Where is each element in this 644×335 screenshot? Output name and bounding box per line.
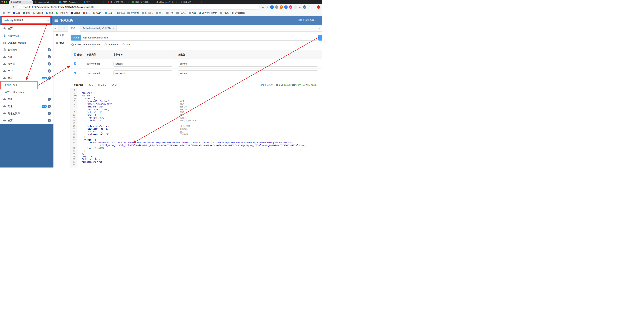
tab-close-icon[interactable]: × <box>76 27 78 30</box>
browser-tab[interactable]: 知乎× <box>82 0 106 4</box>
sidebar-item-doc-manage[interactable]: 文档管理3 <box>0 46 53 53</box>
tab-close-icon[interactable]: × <box>30 1 32 3</box>
sidebar-item-role-resource[interactable]: 角色的资源1 <box>0 110 53 117</box>
collapse-right-icon[interactable]: » <box>317 25 322 32</box>
bookmark-item[interactable]: 小目标 <box>219 11 230 15</box>
menu-toggle-icon[interactable] <box>54 18 58 22</box>
sidebar-item-resource[interactable]: 资源6 <box>0 117 53 124</box>
fold-arrow-icon[interactable] <box>75 96 76 96</box>
sidebar-item-menu[interactable]: 菜单7 <box>0 96 53 103</box>
bookmark-item[interactable]: 学习资料 <box>126 11 140 15</box>
tab-close-icon[interactable]: × <box>79 1 80 3</box>
bookmark-item[interactable]: 公司 <box>165 11 175 15</box>
ext-blue-icon[interactable] <box>284 5 288 9</box>
bookmark-item[interactable]: 百度 <box>12 11 22 15</box>
module-select[interactable]: authority-权限模块 <box>2 17 50 24</box>
sidebar-item-swagger-models[interactable]: Swagger Models <box>0 39 53 46</box>
tab-close-icon[interactable]: × <box>152 1 153 3</box>
response-json-editor[interactable]: 1{2 "code": 0,3 "data": {4 "user": {5 "a… <box>70 88 322 168</box>
response-tab-Headers[interactable]: Headers <box>96 82 110 88</box>
sidebar-item-verify-token-get[interactable]: GET验证token <box>0 89 53 96</box>
fullscreen-icon[interactable] <box>319 84 321 86</box>
send-button[interactable]: 发送 <box>318 35 322 40</box>
sidebar-item-role[interactable]: 角色NEW8 <box>0 103 53 110</box>
tab-close-icon[interactable]: × <box>200 1 202 3</box>
tab-close-icon[interactable]: × <box>176 1 178 3</box>
select-all-checkbox[interactable] <box>74 53 76 56</box>
browser-tab[interactable]: gitlab_push使用…× <box>155 0 179 4</box>
sidebar-item-home[interactable]: 主页 <box>0 25 53 32</box>
fold-arrow-icon[interactable] <box>75 90 76 91</box>
fold-arrow-icon[interactable] <box>75 140 76 140</box>
sidebar-item-app[interactable]: 应用5 <box>0 53 53 60</box>
ext-light-icon[interactable] <box>294 5 297 9</box>
request-url[interactable]: /api/authority/anno/login <box>81 35 317 40</box>
back-icon[interactable]: ← <box>2 6 6 9</box>
url-bar[interactable]: i 127.0.0.1:8760/api/gate/doc.html#/auth… <box>17 5 260 10</box>
more-menu-icon[interactable]: ⋮ <box>312 5 316 9</box>
window-close-icon[interactable] <box>2 1 3 2</box>
bookmark-item[interactable]: mac <box>188 11 197 15</box>
window-controls[interactable] <box>2 1 7 2</box>
param-value-input[interactable] <box>178 70 318 76</box>
sidebar-item-authorize[interactable]: Authorize <box>0 32 53 39</box>
translate-icon[interactable]: 译 <box>261 5 264 9</box>
bookmark-item[interactable]: EES搜索引擎文档 <box>198 11 218 15</box>
content-type-radio[interactable]: x-www-form-urlencoded <box>72 43 100 46</box>
bookmark-item[interactable]: 微信 <box>155 11 164 15</box>
reload-icon[interactable]: ↻ <box>12 6 16 9</box>
fold-arrow-icon[interactable] <box>75 98 76 99</box>
row-checkbox[interactable] <box>74 62 76 65</box>
forward-icon[interactable]: → <box>7 6 10 9</box>
profile-avatar[interactable] <box>317 5 320 9</box>
bookmark-item[interactable]: 百度云 <box>104 11 116 15</box>
browser-tab[interactable]: 图解传参数注解…× <box>130 0 155 4</box>
row-checkbox[interactable] <box>74 72 76 74</box>
content-type-radio[interactable]: raw <box>122 43 130 46</box>
url-text[interactable]: 127.0.0.1:8760/api/gate/doc.html#/author… <box>22 6 258 9</box>
response-tab-Raw[interactable]: Raw <box>86 82 96 88</box>
bookmark-item[interactable]: G码云 <box>82 11 92 15</box>
content-type-radio[interactable]: form-data <box>104 43 118 46</box>
ext-gray-icon[interactable] <box>275 5 278 9</box>
collapse-left-icon[interactable]: « <box>54 25 59 32</box>
param-name-input[interactable] <box>114 70 172 76</box>
sidebar-item-login-post[interactable]: POST登录 <box>0 82 53 89</box>
tab-调试[interactable]: 调试 <box>54 39 68 47</box>
tab-文档[interactable]: 文档 <box>54 32 68 39</box>
page-tab[interactable]: 登录× <box>68 25 80 32</box>
bookmark-item[interactable]: GitHub <box>69 11 81 15</box>
page-tab[interactable]: 主页 <box>59 25 68 32</box>
param-value-input[interactable] <box>178 61 318 66</box>
bookmark-item[interactable]: 什么都有 <box>140 11 154 15</box>
window-minimize-icon[interactable] <box>4 1 5 2</box>
browser-tab[interactable]: LAMP - Compos…× <box>58 0 82 4</box>
star-icon[interactable]: ☆ <box>266 5 269 9</box>
header-search-input[interactable]: 请输入搜索内容 <box>298 19 314 22</box>
tab-close-icon[interactable]: × <box>128 1 129 3</box>
ext-zhao-icon[interactable]: 招 <box>303 5 306 9</box>
window-zoom-icon[interactable] <box>6 1 7 2</box>
browser-tab[interactable]: 温故知新× <box>9 0 33 4</box>
ext-orange-icon[interactable]: G <box>280 5 283 9</box>
fold-arrow-icon[interactable] <box>75 115 76 116</box>
sidebar-item-service[interactable]: 服务表6 <box>0 60 53 68</box>
sidebar-item-login[interactable]: 登录NEW2 <box>0 74 53 82</box>
ext-pink-icon[interactable]: jp <box>289 5 292 9</box>
browser-tab[interactable]: Redis缓存与My…× <box>106 0 130 4</box>
ext-capture-icon[interactable]: 图 <box>270 5 274 9</box>
bookmark-item[interactable]: CCSDN <box>92 11 103 15</box>
show-desc-checkbox[interactable] <box>262 84 264 86</box>
bookmark-item[interactable]: ▦应用 <box>2 11 11 15</box>
bookmark-item[interactable]: GGoogle <box>32 11 44 15</box>
page-info-icon[interactable]: i <box>19 6 21 8</box>
bookmark-item[interactable]: ▦1024Tools <box>231 11 246 15</box>
param-name-input[interactable] <box>114 61 172 66</box>
page-tab[interactable]: Authorize-authority-权限模块× <box>80 25 116 32</box>
bookmark-item[interactable]: 笔笔记 <box>116 11 126 15</box>
tab-close-icon[interactable]: × <box>112 27 114 30</box>
bookmark-item[interactable]: bBing <box>22 11 32 15</box>
browser-tab[interactable]: temporary-Inter…× <box>33 0 58 4</box>
tab-close-icon[interactable]: × <box>103 1 104 3</box>
response-tab-响应内容[interactable]: 响应内容 <box>71 82 86 88</box>
